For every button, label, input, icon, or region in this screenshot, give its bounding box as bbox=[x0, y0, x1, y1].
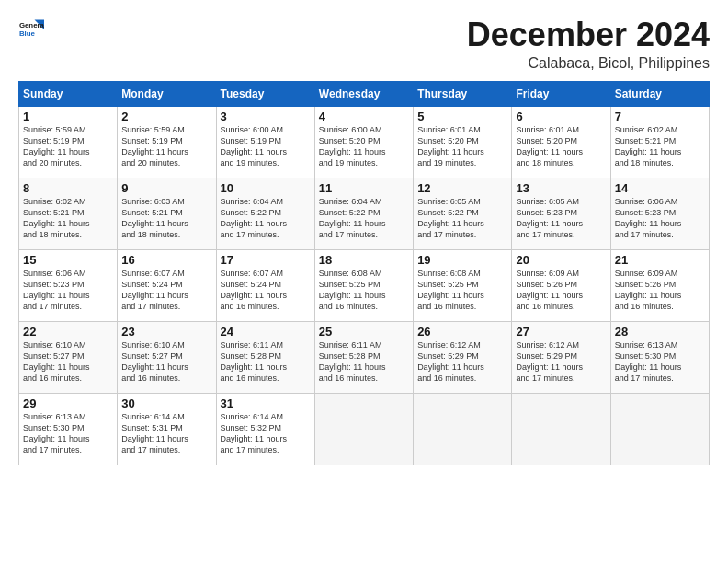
day-number: 15 bbox=[23, 253, 113, 267]
calendar-cell bbox=[314, 393, 413, 465]
month-title: December 2024 bbox=[467, 17, 710, 53]
day-number: 3 bbox=[221, 109, 311, 123]
day-number: 5 bbox=[417, 109, 507, 123]
calendar-week-row: 29Sunrise: 6:13 AM Sunset: 5:30 PM Dayli… bbox=[19, 393, 710, 465]
day-number: 30 bbox=[121, 396, 211, 410]
day-number: 20 bbox=[516, 253, 606, 267]
calendar-cell: 22Sunrise: 6:10 AM Sunset: 5:27 PM Dayli… bbox=[19, 321, 118, 393]
day-number: 6 bbox=[516, 109, 606, 123]
day-info: Sunrise: 6:08 AM Sunset: 5:25 PM Dayligh… bbox=[319, 268, 409, 313]
day-number: 17 bbox=[221, 253, 311, 267]
logo-icon: General Blue bbox=[18, 17, 44, 42]
day-of-week-header: Wednesday bbox=[314, 81, 413, 106]
day-info: Sunrise: 6:10 AM Sunset: 5:27 PM Dayligh… bbox=[23, 339, 113, 385]
day-number: 1 bbox=[23, 109, 113, 123]
day-number: 22 bbox=[23, 325, 113, 339]
day-info: Sunrise: 6:13 AM Sunset: 5:30 PM Dayligh… bbox=[615, 339, 705, 385]
day-info: Sunrise: 6:00 AM Sunset: 5:20 PM Dayligh… bbox=[319, 124, 409, 169]
day-info: Sunrise: 6:14 AM Sunset: 5:31 PM Dayligh… bbox=[121, 411, 211, 456]
day-info: Sunrise: 6:11 AM Sunset: 5:28 PM Dayligh… bbox=[221, 339, 311, 385]
day-info: Sunrise: 6:08 AM Sunset: 5:25 PM Dayligh… bbox=[417, 268, 507, 313]
day-number: 7 bbox=[615, 109, 705, 123]
day-number: 14 bbox=[615, 181, 705, 195]
calendar-cell: 23Sunrise: 6:10 AM Sunset: 5:27 PM Dayli… bbox=[118, 321, 216, 393]
day-number: 18 bbox=[319, 253, 409, 267]
calendar-cell: 21Sunrise: 6:09 AM Sunset: 5:26 PM Dayli… bbox=[610, 249, 709, 321]
calendar-cell: 24Sunrise: 6:11 AM Sunset: 5:28 PM Dayli… bbox=[216, 321, 314, 393]
day-number: 23 bbox=[121, 325, 211, 339]
day-info: Sunrise: 6:00 AM Sunset: 5:19 PM Dayligh… bbox=[221, 124, 311, 169]
day-info: Sunrise: 6:02 AM Sunset: 5:21 PM Dayligh… bbox=[615, 124, 705, 169]
day-number: 28 bbox=[615, 325, 705, 339]
day-info: Sunrise: 6:01 AM Sunset: 5:20 PM Dayligh… bbox=[516, 124, 606, 169]
day-info: Sunrise: 6:04 AM Sunset: 5:22 PM Dayligh… bbox=[319, 196, 409, 241]
day-info: Sunrise: 6:06 AM Sunset: 5:23 PM Dayligh… bbox=[615, 196, 705, 241]
calendar-cell: 25Sunrise: 6:11 AM Sunset: 5:28 PM Dayli… bbox=[314, 321, 413, 393]
day-number: 10 bbox=[221, 181, 311, 195]
day-info: Sunrise: 6:12 AM Sunset: 5:29 PM Dayligh… bbox=[516, 339, 606, 385]
calendar-cell bbox=[512, 393, 610, 465]
day-number: 11 bbox=[319, 181, 409, 195]
logo: General Blue bbox=[18, 17, 44, 42]
calendar-table: SundayMondayTuesdayWednesdayThursdayFrid… bbox=[18, 81, 710, 465]
calendar-cell: 26Sunrise: 6:12 AM Sunset: 5:29 PM Dayli… bbox=[414, 321, 512, 393]
day-info: Sunrise: 6:14 AM Sunset: 5:32 PM Dayligh… bbox=[221, 411, 311, 456]
day-info: Sunrise: 6:09 AM Sunset: 5:26 PM Dayligh… bbox=[615, 268, 705, 313]
calendar-week-row: 22Sunrise: 6:10 AM Sunset: 5:27 PM Dayli… bbox=[19, 321, 710, 393]
day-number: 9 bbox=[121, 181, 211, 195]
calendar-cell: 15Sunrise: 6:06 AM Sunset: 5:23 PM Dayli… bbox=[19, 249, 118, 321]
calendar-cell: 28Sunrise: 6:13 AM Sunset: 5:30 PM Dayli… bbox=[610, 321, 709, 393]
page: General Blue December 2024 Calabaca, Bic… bbox=[0, 0, 728, 475]
day-of-week-header: Friday bbox=[512, 81, 610, 106]
calendar-week-row: 15Sunrise: 6:06 AM Sunset: 5:23 PM Dayli… bbox=[19, 249, 710, 321]
day-info: Sunrise: 6:12 AM Sunset: 5:29 PM Dayligh… bbox=[417, 339, 507, 385]
calendar-cell: 27Sunrise: 6:12 AM Sunset: 5:29 PM Dayli… bbox=[512, 321, 610, 393]
day-number: 31 bbox=[221, 396, 311, 410]
calendar-cell: 4Sunrise: 6:00 AM Sunset: 5:20 PM Daylig… bbox=[314, 106, 413, 178]
calendar-cell: 16Sunrise: 6:07 AM Sunset: 5:24 PM Dayli… bbox=[118, 249, 216, 321]
day-number: 19 bbox=[417, 253, 507, 267]
day-info: Sunrise: 6:03 AM Sunset: 5:21 PM Dayligh… bbox=[121, 196, 211, 241]
calendar-cell bbox=[414, 393, 512, 465]
day-info: Sunrise: 6:04 AM Sunset: 5:22 PM Dayligh… bbox=[221, 196, 311, 241]
day-info: Sunrise: 5:59 AM Sunset: 5:19 PM Dayligh… bbox=[121, 124, 211, 169]
day-info: Sunrise: 5:59 AM Sunset: 5:19 PM Dayligh… bbox=[23, 124, 113, 169]
calendar-cell: 8Sunrise: 6:02 AM Sunset: 5:21 PM Daylig… bbox=[19, 178, 118, 249]
day-number: 27 bbox=[516, 325, 606, 339]
day-info: Sunrise: 6:13 AM Sunset: 5:30 PM Dayligh… bbox=[23, 411, 113, 456]
calendar-cell: 1Sunrise: 5:59 AM Sunset: 5:19 PM Daylig… bbox=[19, 106, 118, 178]
day-info: Sunrise: 6:07 AM Sunset: 5:24 PM Dayligh… bbox=[221, 268, 311, 313]
day-info: Sunrise: 6:11 AM Sunset: 5:28 PM Dayligh… bbox=[319, 339, 409, 385]
calendar-cell: 3Sunrise: 6:00 AM Sunset: 5:19 PM Daylig… bbox=[216, 106, 314, 178]
day-number: 21 bbox=[615, 253, 705, 267]
day-number: 2 bbox=[121, 109, 211, 123]
calendar-cell: 14Sunrise: 6:06 AM Sunset: 5:23 PM Dayli… bbox=[610, 178, 709, 249]
day-info: Sunrise: 6:02 AM Sunset: 5:21 PM Dayligh… bbox=[23, 196, 113, 241]
location-title: Calabaca, Bicol, Philippines bbox=[467, 55, 710, 72]
title-block: December 2024 Calabaca, Bicol, Philippin… bbox=[467, 17, 710, 72]
day-number: 25 bbox=[319, 325, 409, 339]
calendar-cell: 19Sunrise: 6:08 AM Sunset: 5:25 PM Dayli… bbox=[414, 249, 512, 321]
day-number: 8 bbox=[23, 181, 113, 195]
day-number: 29 bbox=[23, 396, 113, 410]
calendar-cell: 10Sunrise: 6:04 AM Sunset: 5:22 PM Dayli… bbox=[216, 178, 314, 249]
day-number: 24 bbox=[221, 325, 311, 339]
svg-text:General: General bbox=[19, 21, 44, 29]
calendar-cell: 31Sunrise: 6:14 AM Sunset: 5:32 PM Dayli… bbox=[216, 393, 314, 465]
header: General Blue December 2024 Calabaca, Bic… bbox=[18, 17, 710, 72]
day-info: Sunrise: 6:05 AM Sunset: 5:23 PM Dayligh… bbox=[516, 196, 606, 241]
day-of-week-header: Thursday bbox=[414, 81, 512, 106]
calendar-cell: 29Sunrise: 6:13 AM Sunset: 5:30 PM Dayli… bbox=[19, 393, 118, 465]
day-number: 26 bbox=[417, 325, 507, 339]
day-info: Sunrise: 6:10 AM Sunset: 5:27 PM Dayligh… bbox=[121, 339, 211, 385]
calendar-week-row: 8Sunrise: 6:02 AM Sunset: 5:21 PM Daylig… bbox=[19, 178, 710, 249]
calendar-cell: 12Sunrise: 6:05 AM Sunset: 5:22 PM Dayli… bbox=[414, 178, 512, 249]
day-of-week-header: Sunday bbox=[19, 81, 118, 106]
day-of-week-header: Monday bbox=[118, 81, 216, 106]
calendar-cell: 30Sunrise: 6:14 AM Sunset: 5:31 PM Dayli… bbox=[118, 393, 216, 465]
calendar-cell: 13Sunrise: 6:05 AM Sunset: 5:23 PM Dayli… bbox=[512, 178, 610, 249]
calendar-cell: 7Sunrise: 6:02 AM Sunset: 5:21 PM Daylig… bbox=[610, 106, 709, 178]
calendar-cell bbox=[610, 393, 709, 465]
day-info: Sunrise: 6:01 AM Sunset: 5:20 PM Dayligh… bbox=[417, 124, 507, 169]
day-number: 4 bbox=[319, 109, 409, 123]
